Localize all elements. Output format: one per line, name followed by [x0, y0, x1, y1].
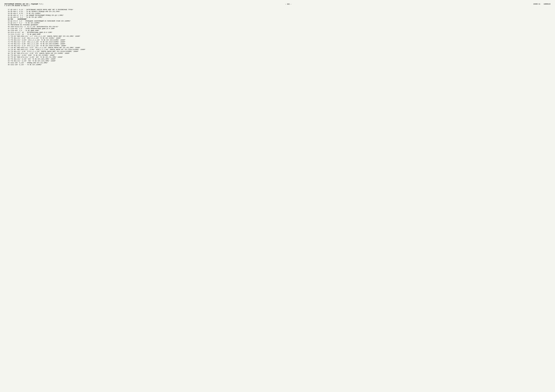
table-row: 81ТТО ЖЕ(=13)' 0,032' 3260' ТО ЖЕ СЕЧ.2Х… — [5, 54, 550, 56]
table-row: 82ТТО ЖЕ ТАБ8-073(=13)' 0,265' 465' ТО Ж… — [5, 56, 550, 58]
table-row: 57Цб-149-1' 0,14' ' ЗАТЯГИВАНИЕ КАБЕЛЯ М… — [5, 9, 550, 11]
row-text: ТТО ЖЕ(=13)' 0,01' 330,1,2,1,126' ТО ЖЕ … — [10, 41, 550, 43]
row-text: ТТО ЖЕ(=13)' 0,05' 3770,1,2,1,126' КАБЕЛ… — [10, 50, 550, 52]
row-number: 69 — [5, 32, 10, 33]
header-doc-id: 14890115 — [544, 3, 550, 5]
table-row: 76ТТО ЖЕ(=13)' 0,14' 970,1,2,1,126' ТО Ж… — [5, 45, 550, 47]
row-number: 86 — [5, 64, 10, 66]
row-number: 60 — [5, 14, 10, 16]
table-row: 62П2# ЗАЗЕМЛЕНИЕ* — [5, 18, 550, 20]
table-row: 80ТТО ЖЕ ТАБ6-071(=13)' 0,06' 470' КАБЕЛ… — [5, 52, 550, 54]
row-text: С159-483' 2,5' ' ТО ЖЕ ДИАМ.40ММ* — [10, 30, 550, 32]
table-row: 64Цб-472-7' 0,1' ' ТО ЖЕ СЕЧ.160ММ2* — [5, 22, 550, 24]
row-number: 82 — [5, 56, 10, 58]
table-row: 84ТТО ЖЕ(=13)' 0,145' 700' ТО ЖЕ СЕЧ.12Х… — [5, 60, 550, 62]
page-header: ПРОГРАММНЫЙ КОМПЛЕКС АВС-3ЕС ( РЕДАКЦИЯ … — [5, 3, 550, 7]
row-text: ТТО ЖЕ(=13)' 0,08' 445,1,2,1,126' ТО ЖЕ … — [10, 43, 550, 45]
row-text: РМАТЕРИАЛЫ НЕ УЧТЕННЫЕ ЦЕННИКОМ* — [10, 24, 550, 26]
row-number: 61 — [5, 16, 10, 18]
row-text: ТТО ЖЕ ТАБЗ-035(=13)' 0,07' 245,1,3,1,12… — [10, 47, 550, 49]
table-row: 61Цб-409-13' 1,1' ' ТО ЖЕ СЕЧ.ДО 16ММ2* — [5, 16, 550, 18]
table-row: 85U152-166' 0,135' ' ПРОВОД АПВ СЕЧ.1Х2,… — [5, 62, 550, 64]
row-number: 79 — [5, 50, 10, 52]
table-row: 60Цб-409-11' 1,1' ' ЗА КАЖДЫЙ ПОСЛЕДУЮЩИ… — [5, 14, 550, 16]
row-number: 62 — [5, 18, 10, 20]
table-row: 58Цб-409-1' 0,25' ' ТО ЖЕ ПЕРВОГО ПРОВОД… — [5, 11, 550, 13]
row-number: 80 — [5, 52, 10, 54]
row-number: 81 — [5, 54, 10, 56]
table-row: 83ТТО ЖЕ(=13)' 0,135' 625' ТО ЖЕ СЕЧ.10Х… — [5, 58, 550, 60]
row-text: 1504-6114(=13)' 3' 41,5,1,08' ПЕРЕКЛЮЧАТ… — [10, 26, 550, 28]
row-number: 67 — [5, 28, 10, 30]
row-number: 71 — [5, 35, 10, 37]
row-text: ТТО ЖЕ(=13)' 0,14' 970,1,2,1,126' ТО ЖЕ … — [10, 45, 550, 47]
table-row: 70С113-7(=13)' 24' ' ТО ЖЕ ДИАМ.60ММ* — [5, 33, 550, 35]
table-row: 71Т15-09 ТАБЗ-038(=13)' 1,1' 170,1,3,1,1… — [5, 35, 550, 37]
table-row: 75ТТО ЖЕ(=13)' 0,08' 445,1,2,1,126' ТО Ж… — [5, 43, 550, 45]
row-text: Цб-472-6' 4,5' ' ПРОВОДНИК ЗАЗЕМЛЯЮЩИЙ И… — [10, 20, 550, 22]
row-number: 77 — [5, 47, 10, 49]
row-text: U152-169' 0,135' ' ТО ЖЕ СЕЧ.1Х8ММ2* — [10, 64, 550, 66]
row-number: 70 — [5, 33, 10, 35]
row-text: ТТО ЖЕ ТАБ2-065(=13)' 0,063' 3100,1,2,1,… — [10, 49, 550, 50]
row-text: ТТО ЖЕ(=13)' 0,025' 245,1,2,1,126' ТО ЖЕ… — [10, 39, 550, 41]
table-row: 661504-6114(=13)' 3' 41,5,1,08' ПЕРЕКЛЮЧ… — [5, 26, 550, 28]
row-number: 66 — [5, 26, 10, 28]
row-number: 63 — [5, 20, 10, 22]
row-text: Цб-472-7' 0,1' ' ТО ЖЕ СЕЧ.160ММ2* — [10, 22, 550, 24]
row-text: ТТО ЖЕ(=13)' 0,145' 700' ТО ЖЕ СЕЧ.12Х1,… — [10, 60, 550, 62]
row-text: Цб-409-1' 0,25' ' ТО ЖЕ ПЕРВОГО ПРОВОДА … — [10, 11, 550, 13]
header-line1: ПРОГРАММНЫЙ КОМПЛЕКС АВС-3ЕС ( РЕДАКЦИЯ … — [5, 3, 43, 5]
table-row: 63Цб-472-6' 4,5' ' ПРОВОДНИК ЗАЗЕМЛЯЮЩИЙ… — [5, 20, 550, 22]
content-table: 57Цб-149-1' 0,14' ' ЗАТЯГИВАНИЕ КАБЕЛЯ М… — [5, 9, 550, 66]
table-row: 78ТТО ЖЕ ТАБ2-065(=13)' 0,063' 3100,1,2,… — [5, 49, 550, 50]
row-text: Т15-09 ТАБЗ-038(=13)' 1,1' 170,1,3,1,126… — [10, 35, 550, 37]
row-text: ТТО ЖЕ(=13)' 0,032' 3260' ТО ЖЕ СЕЧ.2Х70… — [10, 54, 550, 56]
table-row: 59Цб-409-3' 0,25' ' ТО ЖЕ СЕЧ.1Х8ММ2* — [5, 13, 550, 14]
table-row: 73ТТО ЖЕ(=13)' 0,025' 245,1,2,1,126' ТО … — [5, 39, 550, 41]
row-text: П2# ЗАЗЕМЛЕНИЕ* — [10, 18, 550, 20]
row-text: ТТО ЖЕ ТАБ6-071(=13)' 0,06' 470' КАБЕЛЬ … — [10, 52, 550, 54]
row-text: Цб-409-11' 1,1' ' ЗА КАЖДЫЙ ПОСЛЕДУЮЩИЙ … — [10, 14, 550, 16]
row-number: 85 — [5, 62, 10, 64]
row-number: 73 — [5, 39, 10, 41]
row-text: С159-481' 3,9' ' ТРУБЫ ВИНИПЛАТОВЫЕ ДИАМ… — [10, 28, 550, 30]
row-text: Цб-409-13' 1,1' ' ТО ЖЕ СЕЧ.ДО 16ММ2* — [10, 16, 550, 18]
row-number: 59 — [5, 13, 10, 14]
table-row: 72ТТО ЖЕ(=13)' 0,02' 200,1,3,1,126' ТО Ж… — [5, 37, 550, 39]
table-row: 86U152-169' 0,135' ' ТО ЖЕ СЕЧ.1Х8ММ2* — [5, 64, 550, 66]
table-row: 68С159-483' 2,5' ' ТО ЖЕ ДИАМ.40ММ* — [5, 30, 550, 32]
row-text: ТТО ЖЕ ТАБ8-073(=13)' 0,265' 465' ТО ЖЕ … — [10, 56, 550, 58]
row-text: Цб-149-1' 0,14' ' ЗАТЯГИВАНИЕ КАБЕЛЯ МАР… — [10, 9, 550, 11]
row-number: 58 — [5, 11, 10, 13]
table-row: 67С159-481' 3,9' ' ТРУБЫ ВИНИПЛАТОВЫЕ ДИ… — [5, 28, 550, 30]
row-number: 74 — [5, 41, 10, 43]
row-number: 78 — [5, 49, 10, 50]
header-center: – III – — [43, 3, 533, 5]
header-line2: Г.2–IV–3.90 Альбом I2 Книга 2 — [5, 5, 43, 7]
header-doc-num: 24383-11 — [533, 3, 540, 5]
table-row: 77ТТО ЖЕ ТАБЗ-035(=13)' 0,07' 245,1,3,1,… — [5, 47, 550, 49]
table-row: 79ТТО ЖЕ(=13)' 0,05' 3770,1,2,1,126' КАБ… — [5, 50, 550, 52]
row-number: 64 — [5, 22, 10, 24]
row-text: ТТО ЖЕ(=13)' 0,135' 625' ТО ЖЕ СЕЧ.10Х1,… — [10, 58, 550, 60]
row-number: 75 — [5, 43, 10, 45]
row-number: 76 — [5, 45, 10, 47]
row-text: Цб-409-3' 0,25' ' ТО ЖЕ СЕЧ.1Х8ММ2* — [10, 13, 550, 14]
table-row: 69U113-4(=13)' 48' ' МЕТАЛЛОРУКАВА ДИАМ.… — [5, 32, 550, 33]
row-number: 57 — [5, 9, 10, 11]
table-row: 74ТТО ЖЕ(=13)' 0,01' 330,1,2,1,126' ТО Ж… — [5, 41, 550, 43]
row-text: U152-166' 0,135' ' ПРОВОД АПВ СЕЧ.1Х2,5М… — [10, 62, 550, 64]
row-number: 72 — [5, 37, 10, 39]
row-text: С113-7(=13)' 24' ' ТО ЖЕ ДИАМ.60ММ* — [10, 33, 550, 35]
row-number: 84 — [5, 60, 10, 62]
row-number: 83 — [5, 58, 10, 60]
row-text: U113-4(=13)' 48' ' МЕТАЛЛОРУКАВА ДИАМ.29… — [10, 32, 550, 33]
row-text: ТТО ЖЕ(=13)' 0,02' 200,1,3,1,126' ТО ЖЕ … — [10, 37, 550, 39]
row-number: 65 — [5, 24, 10, 26]
table-row: 65РМАТЕРИАЛЫ НЕ УЧТЕННЫЕ ЦЕННИКОМ* — [5, 24, 550, 26]
row-number: 68 — [5, 30, 10, 32]
